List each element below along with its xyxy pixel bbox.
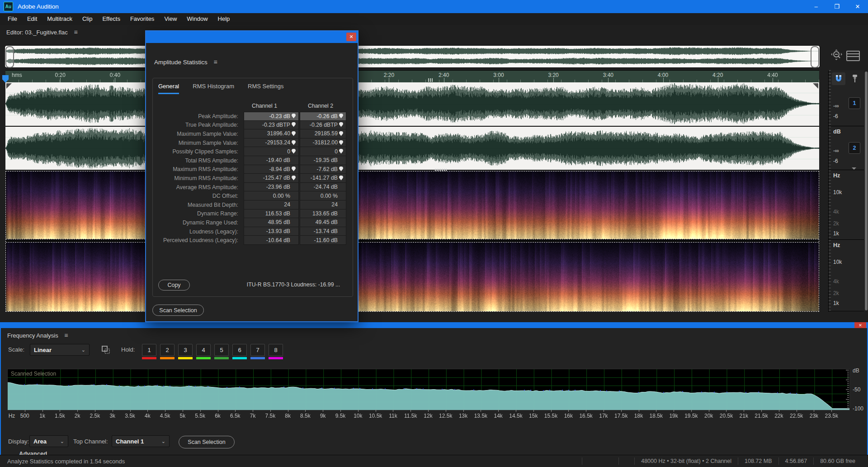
- hold-button-3[interactable]: 3: [178, 344, 193, 356]
- top-channel-dropdown[interactable]: Channel 1⌄: [112, 435, 170, 447]
- stat-value-cell-ch2[interactable]: -13.74 dB: [300, 227, 346, 236]
- hold-button-6[interactable]: 6: [232, 344, 247, 356]
- amplitude-statistics-dialog[interactable]: ✕ Amplitude Statistics ≡ GeneralRMS Hist…: [145, 30, 359, 322]
- waveform-channel-2[interactable]: [5, 127, 819, 170]
- panel-menu-icon[interactable]: ≡: [64, 332, 68, 339]
- panel-focus-bar[interactable]: ✕: [1, 322, 867, 328]
- locate-pick-icon[interactable]: [338, 176, 344, 181]
- panel-close-button[interactable]: ✕: [854, 322, 866, 328]
- display-dropdown[interactable]: Area⌄: [29, 435, 68, 447]
- editor-tab[interactable]: Editor: 03._Fugitive.flac ≡: [6, 29, 78, 36]
- locate-pick-icon[interactable]: [290, 149, 297, 154]
- overview-handle-left[interactable]: [5, 46, 14, 68]
- waveform-spectral-layout-icon[interactable]: [846, 51, 860, 61]
- locate-pick-icon[interactable]: [338, 167, 344, 172]
- scan-selection-button[interactable]: Scan Selection: [179, 436, 235, 448]
- menu-item-file[interactable]: File: [3, 13, 22, 25]
- tab-general[interactable]: General: [158, 83, 179, 94]
- scan-selection-button[interactable]: Scan Selection: [152, 305, 204, 316]
- minimize-button[interactable]: –: [806, 0, 826, 13]
- copy-graph-icon[interactable]: [101, 345, 110, 354]
- locate-pick-icon[interactable]: [290, 167, 297, 172]
- locate-pick-icon[interactable]: [290, 176, 297, 181]
- stat-value-cell-ch2[interactable]: 49.45 dB: [300, 218, 346, 227]
- stat-value-cell-ch1[interactable]: -0.23 dBTP: [244, 121, 299, 130]
- stat-value-cell-ch2[interactable]: 29185.59: [300, 129, 346, 138]
- frequency-graph[interactable]: [7, 369, 850, 410]
- locate-pick-icon[interactable]: [338, 131, 344, 136]
- stat-value-cell-ch1[interactable]: 24: [244, 200, 299, 210]
- hold-button-7[interactable]: 7: [250, 344, 265, 356]
- close-button[interactable]: ✕: [847, 0, 868, 13]
- scale-dropdown[interactable]: Linear⌄: [30, 344, 90, 356]
- zoom-navigate-icon[interactable]: [830, 48, 844, 62]
- waveform-channel-1[interactable]: [5, 82, 819, 127]
- ruler-grip[interactable]: [428, 78, 434, 82]
- wave-spectral-divider-grip[interactable]: [435, 169, 447, 171]
- stat-value-cell-ch2[interactable]: -19.35 dB: [300, 156, 346, 165]
- hold-button-4[interactable]: 4: [196, 344, 211, 356]
- stat-value-cell-ch2[interactable]: 0: [300, 147, 346, 156]
- locate-pick-icon[interactable]: [290, 140, 297, 145]
- locate-pick-icon[interactable]: [338, 149, 344, 154]
- stat-value-cell-ch1[interactable]: 31896.40: [244, 129, 299, 138]
- stat-value-cell-ch1[interactable]: -13.93 dB: [244, 227, 299, 236]
- menu-item-window[interactable]: Window: [182, 13, 212, 25]
- spectrogram-channel-1[interactable]: [6, 172, 819, 239]
- stat-value-cell-ch2[interactable]: -0.26 dB: [300, 112, 346, 121]
- stat-value-cell-ch2[interactable]: -11.60 dB: [300, 236, 346, 245]
- stat-value-cell-ch1[interactable]: 116.53 dB: [244, 210, 299, 219]
- stat-value-cell-ch1[interactable]: -8.94 dB: [244, 165, 299, 174]
- menu-item-effects[interactable]: Effects: [97, 13, 125, 25]
- menu-item-view[interactable]: View: [159, 13, 182, 25]
- dialog-title-bar[interactable]: ✕: [146, 31, 358, 43]
- stat-value-cell-ch1[interactable]: -29153.24: [244, 138, 299, 148]
- copy-button[interactable]: Copy: [158, 280, 190, 291]
- stat-value-cell-ch2[interactable]: -24.74 dB: [300, 183, 346, 192]
- hold-button-2[interactable]: 2: [160, 344, 175, 356]
- hold-button-5[interactable]: 5: [214, 344, 229, 356]
- stat-value-cell-ch1[interactable]: -23.96 dB: [244, 183, 299, 192]
- stat-value-cell-ch1[interactable]: 0.00 %: [244, 191, 299, 200]
- timeline-ruler[interactable]: hms 0:200:402:202:403:003:203:404:004:20…: [5, 70, 819, 82]
- menu-item-help[interactable]: Help: [213, 13, 235, 25]
- maximize-button[interactable]: ❐: [826, 0, 847, 13]
- stat-value-cell-ch2[interactable]: 0.00 %: [300, 191, 346, 200]
- advanced-section-label[interactable]: Advanced: [19, 450, 47, 455]
- stat-value-cell-ch2[interactable]: 133.65 dB: [300, 210, 346, 219]
- locate-pick-icon[interactable]: [290, 131, 297, 136]
- hold-button-8[interactable]: 8: [269, 344, 283, 356]
- stat-value-cell-ch2[interactable]: -141.27 dB: [300, 174, 346, 183]
- menu-item-favorites[interactable]: Favorites: [125, 13, 159, 25]
- selection-handle-left[interactable]: [6, 83, 12, 89]
- stat-value-cell-ch1[interactable]: -19.40 dB: [244, 156, 299, 165]
- stat-value-cell-ch1[interactable]: 48.95 dB: [244, 218, 299, 227]
- stat-value-cell-ch2[interactable]: -7.62 dB: [300, 165, 346, 174]
- hold-button-1[interactable]: 1: [142, 344, 156, 356]
- locate-pick-icon[interactable]: [290, 114, 297, 119]
- panel-menu-icon[interactable]: ≡: [74, 29, 77, 36]
- stat-value-cell-ch2[interactable]: 24: [300, 200, 346, 210]
- menu-item-clip[interactable]: Clip: [77, 13, 97, 25]
- stat-value-cell-ch1[interactable]: -125.47 dB: [244, 174, 299, 183]
- channel-2-button[interactable]: 2: [849, 142, 860, 154]
- stat-value-cell-ch2[interactable]: -31812.00: [300, 138, 346, 148]
- stat-value-cell-ch1[interactable]: -0.23 dB: [244, 112, 299, 121]
- stat-value-cell-ch2[interactable]: -0.26 dBTP: [300, 121, 346, 130]
- overview-navigator[interactable]: [5, 45, 820, 68]
- tab-rms-settings[interactable]: RMS Settings: [248, 83, 283, 94]
- menu-item-multitrack[interactable]: Multitrack: [42, 13, 77, 25]
- dialog-close-button[interactable]: ✕: [346, 33, 356, 41]
- channel-1-button[interactable]: 1: [849, 97, 860, 109]
- title-bar[interactable]: Au Adobe Audition – ❐ ✕: [0, 0, 868, 13]
- locate-pick-icon[interactable]: [338, 140, 344, 145]
- selection-handle-right[interactable]: [813, 83, 818, 89]
- overview-handle-right[interactable]: [811, 46, 819, 68]
- collapse-arrow-icon[interactable]: [852, 167, 856, 172]
- tab-rms-histogram[interactable]: RMS Histogram: [193, 83, 234, 94]
- locate-pick-icon[interactable]: [338, 122, 344, 127]
- menu-item-edit[interactable]: Edit: [22, 13, 42, 25]
- stat-value-cell-ch1[interactable]: -10.64 dB: [244, 236, 299, 245]
- spectral-display[interactable]: [5, 171, 819, 312]
- locate-pick-icon[interactable]: [290, 122, 297, 127]
